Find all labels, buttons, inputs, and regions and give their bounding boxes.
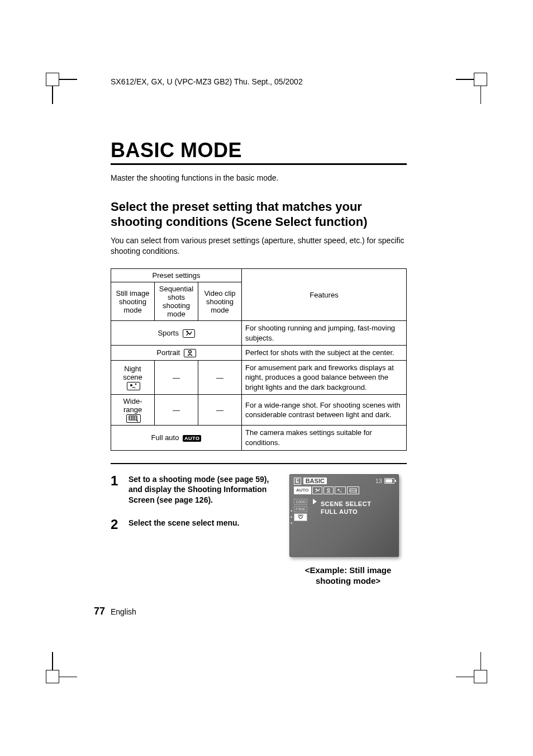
- col-video-header: Video clip shooting mode: [198, 282, 242, 321]
- table-row: Full auto AUTOThe camera makes settings …: [111, 426, 407, 450]
- table-row: Sports For shooting running and jumping,…: [111, 321, 407, 346]
- lcd-caption: <Example: Still image shooting mode>: [289, 565, 407, 587]
- lcd-mode-portrait-icon: [323, 486, 334, 494]
- seq-cell: —: [155, 395, 198, 426]
- table-row: Night scene——For amusement park and fire…: [111, 360, 407, 395]
- lcd-menu-text: SCENE SELECT FULL AUTO: [321, 500, 371, 517]
- footer-language: English: [111, 607, 136, 616]
- seq-cell: —: [155, 360, 198, 395]
- battery-icon: [384, 478, 394, 484]
- video-cell: —: [198, 360, 242, 395]
- document-header: SX612/EX, GX, U (VPC-MZ3 GB2) Thu. Sept.…: [111, 77, 407, 86]
- title-rule: [111, 163, 407, 165]
- feature-text: For a wide-range shot. For shooting scen…: [242, 395, 407, 426]
- lcd-mode-sports-icon: [312, 486, 322, 494]
- step-number: 2: [111, 518, 121, 531]
- step-text: Set to a shooting mode (see page 59), an…: [129, 474, 273, 506]
- auto-icon: AUTO: [183, 435, 201, 442]
- section-heading: Select the preset setting that matches y…: [111, 199, 407, 230]
- lcd-mode-wide-icon: [347, 486, 359, 494]
- crop-mark-bottom-left: [46, 652, 77, 683]
- wide-icon: [126, 414, 141, 423]
- sports-icon: [183, 329, 195, 338]
- feature-text: For amusement park and fireworks display…: [242, 360, 407, 395]
- step-number: 1: [111, 474, 121, 506]
- table-row: Portrait Perfect for shots with the subj…: [111, 346, 407, 361]
- svg-point-2: [130, 384, 132, 386]
- lcd-pointer-icon: [313, 499, 317, 504]
- preset-table: Preset settings Features Still image sho…: [111, 268, 407, 450]
- section-description: You can select from various preset setti…: [111, 235, 407, 257]
- svg-point-7: [315, 488, 316, 489]
- lcd-res-chip: 1600: [294, 499, 307, 505]
- crop-mark-top-left: [46, 73, 77, 104]
- svg-point-0: [186, 330, 188, 332]
- video-cell: —: [198, 395, 242, 426]
- lcd-mode-auto: AUTO: [294, 486, 311, 494]
- feature-text: Perfect for shots with the subject at th…: [242, 346, 407, 361]
- mode-label: Sports: [111, 321, 242, 346]
- col-still-header: Still image shooting mode: [111, 282, 155, 321]
- lcd-mode-night-icon: [335, 486, 346, 494]
- mode-label: Portrait: [111, 346, 242, 361]
- steps-rule: [111, 463, 407, 464]
- table-row: Wide-range——For a wide-range shot. For s…: [111, 395, 407, 426]
- page-footer: 77 English: [94, 606, 136, 617]
- page-title: BASIC MODE: [111, 139, 407, 162]
- preset-header: Preset settings: [111, 269, 242, 282]
- col-seq-header: Sequential shots shooting mode: [155, 282, 198, 321]
- step-text: Select the scene select menu.: [129, 518, 273, 531]
- crop-mark-top-right: [456, 73, 487, 104]
- svg-point-8: [327, 488, 330, 490]
- svg-point-1: [188, 351, 191, 353]
- features-header: Features: [242, 269, 407, 321]
- night-icon: [127, 382, 140, 390]
- mode-label: Night scene: [111, 360, 155, 395]
- mode-label: Wide-range: [111, 395, 155, 426]
- step: 2Select the scene select menu.: [111, 518, 273, 531]
- intro-text: Master the shooting functions in the bas…: [111, 173, 407, 183]
- lcd-preview: E BASIC 13 AUTO 1600: [289, 474, 399, 557]
- lcd-side-dots: [291, 510, 292, 524]
- lcd-count: 13: [375, 478, 382, 484]
- portrait-icon: [184, 349, 196, 357]
- page-number: 77: [94, 606, 105, 617]
- mode-label: Full auto AUTO: [111, 426, 242, 450]
- feature-text: The camera makes settings suitable for c…: [242, 426, 407, 450]
- lcd-selftimer-icon: [294, 513, 307, 521]
- svg-point-9: [337, 489, 339, 490]
- lcd-fine-chip: FINE: [294, 506, 307, 512]
- crop-mark-bottom-right: [456, 652, 487, 683]
- lcd-basic-chip: BASIC: [303, 478, 327, 484]
- step: 1Set to a shooting mode (see page 59), a…: [111, 474, 273, 506]
- feature-text: For shooting running and jumping, fast-m…: [242, 321, 407, 346]
- lcd-e-indicator: E: [294, 478, 301, 485]
